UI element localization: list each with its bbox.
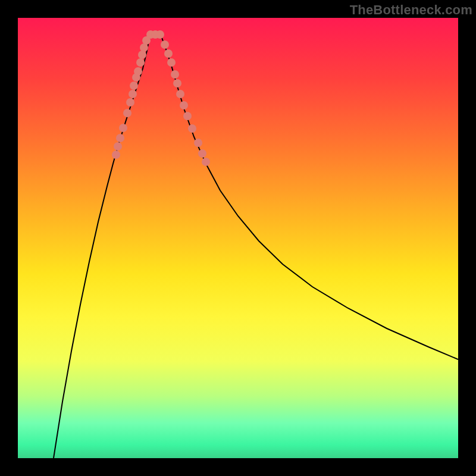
chart-frame: TheBottleneck.com [0,0,476,476]
data-dot [112,151,120,159]
data-dot [171,70,179,79]
data-dot [161,40,169,49]
data-dot [119,124,127,132]
data-dot [130,82,138,90]
data-dot [140,43,148,52]
data-dot [134,67,142,76]
curves-svg [18,18,458,458]
data-dot [116,134,124,142]
data-dot [129,90,137,98]
data-dot [167,58,176,67]
data-dot [136,58,145,67]
data-dot [180,101,188,109]
data-dot [188,124,196,133]
data-dot [164,49,173,58]
data-dot [123,109,131,117]
data-dot [114,142,122,151]
plot-area [18,18,458,458]
data-dot [202,158,210,166]
data-dot [198,149,206,158]
data-dot [176,90,184,98]
data-dot [138,51,146,59]
data-dot [194,139,202,147]
data-dot [183,112,192,120]
data-dot [126,98,134,107]
left-curve [54,35,150,458]
data-dots [112,30,210,166]
data-dot [156,30,164,39]
watermark-text: TheBottleneck.com [350,2,472,18]
right-curve [161,35,458,359]
data-dot [173,79,181,87]
